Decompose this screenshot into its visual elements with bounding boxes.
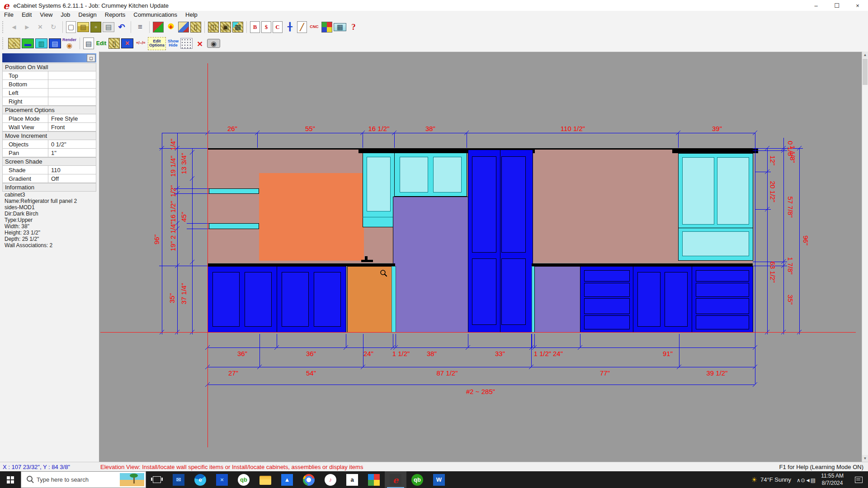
volume-icon[interactable]: ◄ — [805, 477, 811, 483]
property-bottom-value[interactable] — [48, 80, 96, 88]
ecabinet-app-taskbar-button[interactable]: e — [385, 471, 406, 488]
floating-shelf-lower[interactable] — [209, 223, 259, 229]
assembly-copy-button[interactable]: ▣ — [220, 22, 231, 33]
menu-design[interactable]: Design — [74, 11, 100, 18]
file-explorer-taskbar-button[interactable] — [255, 471, 276, 488]
base-cabinets-right[interactable] — [580, 266, 753, 332]
room-view-button[interactable]: ⌂ — [8, 38, 20, 49]
edit-sheet-button[interactable]: ╱ — [297, 21, 307, 33]
save-button[interactable]: ▫ — [90, 22, 101, 33]
touch-keyboard-icon[interactable]: ▤ — [811, 477, 816, 483]
action-center-button[interactable] — [849, 471, 868, 488]
minimize-button[interactable]: – — [806, 0, 826, 11]
quickbooks-online-taskbar-button[interactable]: qb — [406, 471, 428, 488]
photos-app-taskbar-button[interactable]: ▲ — [276, 471, 298, 488]
grid-snap-button[interactable] — [180, 38, 193, 49]
flag-colors-button[interactable] — [321, 22, 332, 33]
scroll-down-button[interactable]: ▼ — [862, 455, 868, 462]
wall-plan-view-button[interactable]: ▬ — [22, 38, 34, 48]
dishwasher[interactable] — [347, 256, 392, 332]
cabinet-library-button[interactable]: ▯ — [190, 22, 201, 33]
layout-tools-button[interactable]: ╂ — [284, 21, 296, 33]
elevation-view-button[interactable]: ▥ — [35, 38, 47, 48]
taskbar-clock[interactable]: 11:55 AM 8/7/2024 — [816, 473, 849, 487]
panel-pin-button[interactable]: ◻ — [87, 54, 95, 62]
nav-back-button[interactable]: ◄ — [8, 21, 20, 33]
music-app-taskbar-button[interactable]: ♪ — [320, 471, 341, 488]
new-job-button[interactable]: ▢ — [66, 21, 76, 33]
menu-view[interactable]: View — [36, 11, 57, 18]
weather-widget[interactable]: ☀ 74°F Sunny — [746, 476, 797, 484]
base-cabinets-left[interactable] — [208, 266, 346, 332]
cost-report-button[interactable]: $ — [261, 21, 271, 33]
print-button[interactable]: ▤ — [103, 22, 114, 32]
menu-reports[interactable]: Reports — [101, 11, 130, 18]
display-case-button[interactable]: ▦ — [232, 22, 243, 33]
scroll-up-button[interactable]: ▲ — [862, 52, 868, 58]
snapshot-button[interactable]: ◉ — [207, 39, 220, 48]
menu-file[interactable]: File — [0, 11, 18, 18]
taskbar-search-input[interactable]: Type here to search — [21, 471, 146, 488]
quickbooks-desktop-taskbar-button[interactable]: qb — [233, 471, 255, 488]
hutch-cabinet[interactable] — [678, 153, 753, 260]
cancel-button[interactable]: × — [194, 38, 206, 50]
amazon-app-taskbar-button[interactable]: a — [341, 471, 363, 488]
store-app-taskbar-button[interactable] — [363, 471, 385, 488]
edit-options-button[interactable]: EditOptions — [148, 37, 166, 50]
maximize-button[interactable]: ☐ — [826, 0, 847, 11]
canvas-vertical-scrollbar[interactable]: ▲ ▼ — [862, 52, 868, 462]
scrollbar-thumb[interactable] — [863, 59, 868, 85]
nav-forward-button[interactable]: ► — [21, 21, 33, 33]
menu-help[interactable]: Help — [181, 11, 202, 18]
refrigerator[interactable] — [393, 197, 468, 332]
property-shade-value[interactable]: 110 — [48, 166, 96, 174]
property-left-value[interactable] — [48, 89, 96, 97]
search-highlight-image[interactable] — [120, 473, 144, 486]
property-place-mode-value[interactable]: Free Style — [48, 114, 96, 122]
help-button[interactable]: ? — [348, 21, 359, 33]
plumb-bob-button[interactable]: + — [165, 21, 177, 33]
texture-swatch-button[interactable] — [178, 22, 189, 33]
property-gradient-value[interactable]: Off — [48, 174, 96, 183]
filler-strip-left[interactable] — [392, 266, 396, 332]
adjust-values-button[interactable]: +/−/= — [135, 38, 146, 50]
app-blue-x-taskbar-button[interactable]: × — [211, 471, 233, 488]
property-pan-value[interactable]: 1" — [48, 149, 96, 157]
show-hidden-icons-chevron[interactable]: ∧ — [797, 477, 801, 483]
refrigerator-upper-cabinet[interactable] — [394, 153, 467, 196]
dimension-settings-button[interactable]: ≡ — [134, 21, 146, 33]
pantry-cabinet[interactable] — [468, 150, 533, 332]
assembly-open-button[interactable]: ◫ — [208, 22, 219, 33]
menu-communications[interactable]: Communications — [129, 11, 181, 18]
app-blue-tiles-taskbar-button[interactable]: ✉ — [168, 471, 189, 488]
menu-job[interactable]: Job — [57, 11, 74, 18]
open-job-button[interactable]: ▨ — [77, 22, 89, 32]
word-app-taskbar-button[interactable]: W — [428, 471, 450, 488]
cutlist-report-button[interactable]: C — [273, 21, 283, 33]
cabinet-edit-button[interactable]: ▯ — [108, 38, 120, 49]
wall-stack-button[interactable]: ▤ — [49, 38, 61, 48]
property-objects-value[interactable]: 0 1/2" — [48, 140, 96, 148]
keyboard-shortcuts-button[interactable]: ▦ — [334, 23, 346, 31]
property-top-value[interactable] — [48, 71, 96, 80]
edit-mode-button[interactable]: Edit — [95, 38, 107, 50]
menu-edit[interactable]: Edit — [18, 11, 36, 18]
render-button[interactable]: Render◉ — [62, 38, 76, 50]
close-button[interactable]: × — [847, 0, 868, 11]
chrome-browser-taskbar-button[interactable] — [298, 471, 320, 488]
upper-cabinet-16[interactable] — [363, 153, 394, 227]
tray-status-icon[interactable]: ⊙ — [801, 477, 805, 483]
stop-button[interactable]: × — [34, 21, 46, 33]
filler-strip-right[interactable] — [532, 266, 534, 332]
floating-shelf-upper[interactable] — [209, 188, 259, 193]
elevation-view-canvas[interactable]: 26"55"16 1/2"38"110 1/2"39"36"36"24"1 1/… — [100, 52, 862, 462]
task-view-button[interactable] — [153, 476, 161, 483]
property-right-value[interactable] — [48, 97, 96, 105]
material-colors-button[interactable] — [153, 22, 164, 33]
edge-browser-taskbar-button[interactable]: e — [189, 471, 211, 488]
refresh-button[interactable]: ↻ — [47, 21, 59, 33]
base-cabinet-purple[interactable] — [534, 266, 580, 332]
show-hide-button[interactable]: ShowHide — [167, 38, 179, 50]
bid-report-button[interactable]: B — [250, 21, 260, 33]
edit-layout-button[interactable]: ▤ — [83, 38, 94, 49]
